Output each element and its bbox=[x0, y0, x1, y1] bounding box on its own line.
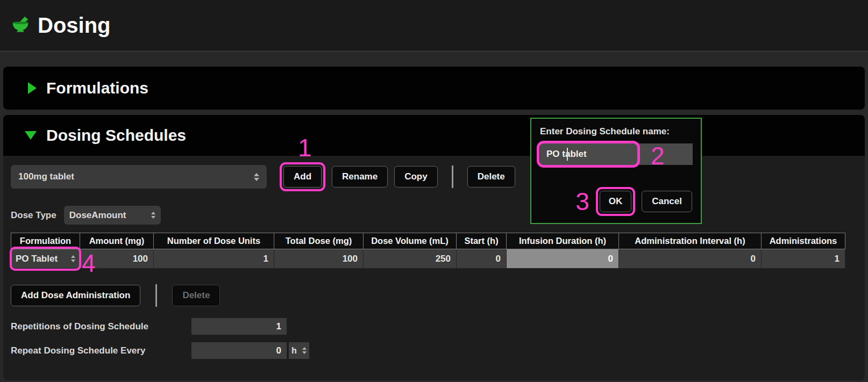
unit-value: h bbox=[291, 346, 297, 356]
copy-schedule-button[interactable]: Copy bbox=[394, 166, 438, 188]
stepper-icon bbox=[254, 173, 259, 181]
rename-schedule-button[interactable]: Rename bbox=[332, 166, 388, 188]
cell-infusion-duration-selected[interactable]: 0 bbox=[507, 249, 619, 269]
col-total-dose: Total Dose (mg) bbox=[274, 233, 364, 249]
collapsed-arrow-icon bbox=[28, 82, 37, 94]
page-title: Dosing bbox=[38, 13, 111, 38]
ok-button[interactable]: OK bbox=[600, 191, 632, 212]
cancel-button[interactable]: Cancel bbox=[642, 191, 692, 212]
table-row: PO Tablet 100 1 100 250 0 0 0 1 bbox=[11, 249, 845, 269]
cell-start[interactable]: 0 bbox=[457, 249, 507, 269]
cell-total-dose[interactable]: 100 bbox=[274, 249, 364, 269]
col-dose-volume: Dose Volume (mL) bbox=[364, 233, 457, 249]
col-administrations: Administrations bbox=[762, 233, 845, 249]
toolbar-divider bbox=[452, 165, 453, 188]
dose-type-select[interactable]: DoseAmount bbox=[64, 206, 161, 225]
cell-num-dose-units[interactable]: 1 bbox=[154, 249, 274, 269]
row-actions-divider bbox=[155, 284, 157, 307]
stepper-icon bbox=[71, 255, 75, 262]
schedule-toolbar: 1 100mg tablet Add Rename Copy Delete bbox=[11, 162, 865, 191]
dose-table: Formulation Amount (mg) Number of Dose U… bbox=[11, 233, 845, 269]
annotation-step-2: 2 bbox=[651, 143, 665, 168]
expanded-arrow-icon bbox=[25, 131, 37, 140]
col-formulation: Formulation bbox=[11, 233, 80, 249]
annotation-step-3: 3 bbox=[575, 189, 589, 214]
formulations-section-header[interactable]: Formulations bbox=[3, 67, 865, 110]
repeat-every-input[interactable]: 0 bbox=[191, 342, 287, 359]
schedule-name-input[interactable]: PO tablet 2 bbox=[540, 143, 693, 165]
repeat-every-label: Repeat Dosing Schedule Every bbox=[11, 345, 191, 356]
cell-formulation-select[interactable]: PO Tablet bbox=[11, 249, 80, 269]
schedule-select[interactable]: 100mg tablet bbox=[11, 165, 267, 189]
cell-dose-volume[interactable]: 250 bbox=[364, 249, 457, 269]
dosing-schedules-body: 1 100mg tablet Add Rename Copy Delete Do… bbox=[3, 156, 865, 359]
mortar-pestle-icon bbox=[11, 16, 30, 35]
dose-table-wrap: 4 Formulation Amount (mg) Number of Dose… bbox=[11, 233, 865, 269]
repeat-every-row: Repeat Dosing Schedule Every 0 h bbox=[11, 342, 865, 359]
schedule-name-dialog: Enter Dosing Schedule name: PO tablet 2 … bbox=[530, 118, 702, 224]
dose-row-actions: Add Dose Administration Delete bbox=[11, 284, 865, 307]
repetitions-row: Repetitions of Dosing Schedule 1 bbox=[11, 318, 865, 335]
cell-admin-interval[interactable]: 0 bbox=[619, 249, 762, 269]
formulation-value: PO Tablet bbox=[16, 254, 58, 264]
col-infusion-duration: Infusion Duration (h) bbox=[507, 233, 619, 249]
dosing-page: Dosing Formulations Dosing Schedules 1 1… bbox=[0, 0, 868, 382]
dialog-prompt-label: Enter Dosing Schedule name: bbox=[540, 126, 692, 137]
formulations-title: Formulations bbox=[46, 79, 148, 97]
dose-type-label: Dose Type bbox=[11, 210, 56, 221]
dialog-buttons: 3 OK Cancel bbox=[575, 187, 692, 216]
repetitions-input[interactable]: 1 bbox=[191, 318, 287, 335]
schedule-select-value: 100mg tablet bbox=[18, 171, 74, 182]
repeat-every-unit-select[interactable]: h bbox=[289, 342, 309, 359]
dosing-schedules-section-header[interactable]: Dosing Schedules bbox=[3, 115, 865, 156]
dosing-schedules-title: Dosing Schedules bbox=[46, 126, 186, 145]
highlight-box-add: Add bbox=[280, 162, 325, 191]
stepper-icon bbox=[151, 212, 155, 219]
dose-type-row: Dose Type DoseAmount bbox=[11, 206, 865, 225]
dosing-schedules-section: Dosing Schedules 1 100mg tablet Add Rena… bbox=[3, 115, 865, 380]
text-caret bbox=[567, 148, 568, 161]
table-header-row: Formulation Amount (mg) Number of Dose U… bbox=[11, 233, 845, 249]
stepper-icon bbox=[302, 347, 307, 354]
col-amount: Amount (mg) bbox=[80, 233, 154, 249]
delete-dose-administration-button[interactable]: Delete bbox=[172, 285, 220, 306]
add-dose-administration-button[interactable]: Add Dose Administration bbox=[11, 285, 140, 306]
dose-type-value: DoseAmount bbox=[69, 210, 126, 221]
cell-administrations[interactable]: 1 bbox=[762, 249, 845, 269]
app-header: Dosing bbox=[0, 0, 868, 52]
col-start: Start (h) bbox=[457, 233, 507, 249]
annotation-step-4: 4 bbox=[82, 251, 96, 276]
highlight-box-ok: OK bbox=[596, 187, 636, 216]
col-num-dose-units: Number of Dose Units bbox=[154, 233, 274, 249]
repetitions-label: Repetitions of Dosing Schedule bbox=[11, 321, 191, 332]
add-schedule-button[interactable]: Add bbox=[283, 166, 322, 188]
col-admin-interval: Administration Interval (h) bbox=[619, 233, 762, 249]
delete-schedule-button[interactable]: Delete bbox=[467, 166, 515, 188]
annotation-step-1: 1 bbox=[298, 135, 312, 160]
